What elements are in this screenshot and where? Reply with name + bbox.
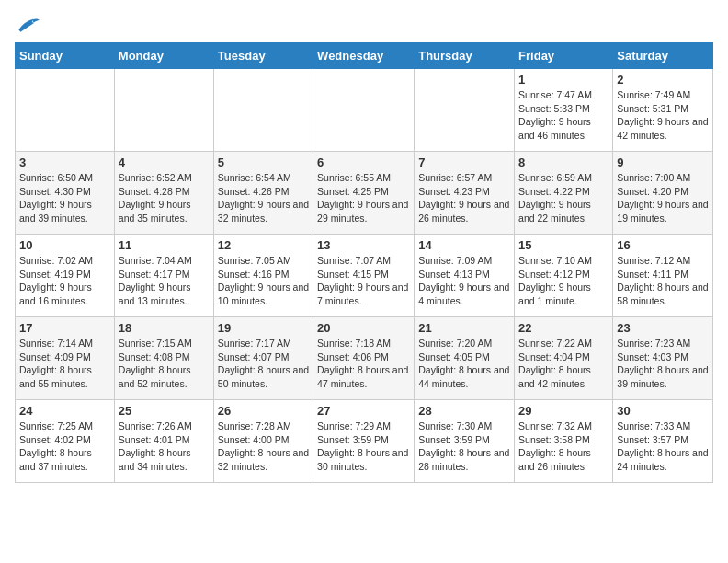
day-info: Sunrise: 7:15 AM Sunset: 4:08 PM Dayligh… xyxy=(119,337,210,391)
calendar-cell: 19Sunrise: 7:17 AM Sunset: 4:07 PM Dayli… xyxy=(213,317,313,400)
calendar-week-3: 10Sunrise: 7:02 AM Sunset: 4:19 PM Dayli… xyxy=(16,235,713,317)
day-number: 11 xyxy=(119,238,210,252)
day-number: 23 xyxy=(617,321,709,335)
calendar-week-1: 1Sunrise: 7:47 AM Sunset: 5:33 PM Daylig… xyxy=(16,69,713,152)
day-number: 3 xyxy=(19,155,110,169)
day-info: Sunrise: 7:33 AM Sunset: 3:57 PM Dayligh… xyxy=(617,419,709,474)
day-info: Sunrise: 6:55 AM Sunset: 4:25 PM Dayligh… xyxy=(317,171,410,225)
day-info: Sunrise: 7:10 AM Sunset: 4:12 PM Dayligh… xyxy=(518,254,609,308)
calendar-cell: 5Sunrise: 6:54 AM Sunset: 4:26 PM Daylig… xyxy=(213,152,313,235)
calendar-cell: 3Sunrise: 6:50 AM Sunset: 4:30 PM Daylig… xyxy=(16,152,115,235)
day-number: 22 xyxy=(518,321,609,335)
calendar-cell: 9Sunrise: 7:00 AM Sunset: 4:20 PM Daylig… xyxy=(613,152,713,235)
calendar-cell: 8Sunrise: 6:59 AM Sunset: 4:22 PM Daylig… xyxy=(515,152,613,235)
day-number: 26 xyxy=(218,404,309,418)
day-number: 13 xyxy=(317,238,410,252)
day-number: 16 xyxy=(617,238,709,252)
calendar-cell: 20Sunrise: 7:18 AM Sunset: 4:06 PM Dayli… xyxy=(313,317,415,400)
logo xyxy=(15,15,44,33)
calendar-cell: 23Sunrise: 7:23 AM Sunset: 4:03 PM Dayli… xyxy=(613,317,713,400)
day-info: Sunrise: 7:00 AM Sunset: 4:20 PM Dayligh… xyxy=(617,171,709,225)
calendar-cell: 6Sunrise: 6:55 AM Sunset: 4:25 PM Daylig… xyxy=(313,152,415,235)
calendar-cell: 16Sunrise: 7:12 AM Sunset: 4:11 PM Dayli… xyxy=(613,235,713,317)
day-info: Sunrise: 7:28 AM Sunset: 4:00 PM Dayligh… xyxy=(218,419,309,474)
calendar-cell: 29Sunrise: 7:32 AM Sunset: 3:58 PM Dayli… xyxy=(515,400,613,483)
day-number: 17 xyxy=(19,321,110,335)
day-info: Sunrise: 7:23 AM Sunset: 4:03 PM Dayligh… xyxy=(617,337,709,391)
calendar-cell xyxy=(114,69,213,152)
day-number: 1 xyxy=(518,73,609,86)
calendar-cell xyxy=(213,69,313,152)
calendar-cell: 11Sunrise: 7:04 AM Sunset: 4:17 PM Dayli… xyxy=(114,235,213,317)
day-number: 28 xyxy=(418,404,510,418)
calendar-cell: 22Sunrise: 7:22 AM Sunset: 4:04 PM Dayli… xyxy=(515,317,613,400)
calendar-cell: 12Sunrise: 7:05 AM Sunset: 4:16 PM Dayli… xyxy=(213,235,313,317)
calendar-cell: 10Sunrise: 7:02 AM Sunset: 4:19 PM Dayli… xyxy=(16,235,115,317)
calendar-cell: 14Sunrise: 7:09 AM Sunset: 4:13 PM Dayli… xyxy=(415,235,515,317)
day-info: Sunrise: 6:52 AM Sunset: 4:28 PM Dayligh… xyxy=(119,171,210,225)
day-info: Sunrise: 7:29 AM Sunset: 3:59 PM Dayligh… xyxy=(317,419,410,474)
day-number: 9 xyxy=(617,155,709,169)
calendar-cell: 17Sunrise: 7:14 AM Sunset: 4:09 PM Dayli… xyxy=(16,317,115,400)
calendar-cell xyxy=(313,69,415,152)
logo-bird-icon xyxy=(15,17,40,33)
calendar-table: SundayMondayTuesdayWednesdayThursdayFrid… xyxy=(15,42,713,483)
calendar-week-2: 3Sunrise: 6:50 AM Sunset: 4:30 PM Daylig… xyxy=(16,152,713,235)
day-number: 29 xyxy=(518,404,609,418)
calendar-cell: 30Sunrise: 7:33 AM Sunset: 3:57 PM Dayli… xyxy=(613,400,713,483)
day-info: Sunrise: 7:04 AM Sunset: 4:17 PM Dayligh… xyxy=(119,254,210,308)
day-number: 8 xyxy=(518,155,609,169)
day-number: 10 xyxy=(19,238,110,252)
day-info: Sunrise: 7:12 AM Sunset: 4:11 PM Dayligh… xyxy=(617,254,709,308)
calendar-cell: 7Sunrise: 6:57 AM Sunset: 4:23 PM Daylig… xyxy=(415,152,515,235)
calendar-cell: 15Sunrise: 7:10 AM Sunset: 4:12 PM Dayli… xyxy=(515,235,613,317)
day-info: Sunrise: 7:22 AM Sunset: 4:04 PM Dayligh… xyxy=(518,337,609,391)
col-header-wednesday: Wednesday xyxy=(313,43,415,69)
day-number: 25 xyxy=(119,404,210,418)
calendar-cell: 18Sunrise: 7:15 AM Sunset: 4:08 PM Dayli… xyxy=(114,317,213,400)
col-header-sunday: Sunday xyxy=(16,43,115,69)
day-info: Sunrise: 7:17 AM Sunset: 4:07 PM Dayligh… xyxy=(218,337,309,391)
calendar-cell: 24Sunrise: 7:25 AM Sunset: 4:02 PM Dayli… xyxy=(16,400,115,483)
day-info: Sunrise: 7:14 AM Sunset: 4:09 PM Dayligh… xyxy=(19,337,110,391)
day-number: 21 xyxy=(418,321,510,335)
col-header-friday: Friday xyxy=(515,43,613,69)
day-info: Sunrise: 7:02 AM Sunset: 4:19 PM Dayligh… xyxy=(19,254,110,308)
calendar-cell: 4Sunrise: 6:52 AM Sunset: 4:28 PM Daylig… xyxy=(114,152,213,235)
day-number: 18 xyxy=(119,321,210,335)
day-number: 20 xyxy=(317,321,410,335)
day-number: 2 xyxy=(617,73,709,86)
calendar-cell: 13Sunrise: 7:07 AM Sunset: 4:15 PM Dayli… xyxy=(313,235,415,317)
col-header-monday: Monday xyxy=(114,43,213,69)
day-info: Sunrise: 6:50 AM Sunset: 4:30 PM Dayligh… xyxy=(19,171,110,225)
day-number: 12 xyxy=(218,238,309,252)
day-number: 5 xyxy=(218,155,309,169)
calendar-week-5: 24Sunrise: 7:25 AM Sunset: 4:02 PM Dayli… xyxy=(16,400,713,483)
day-number: 14 xyxy=(418,238,510,252)
day-info: Sunrise: 7:49 AM Sunset: 5:31 PM Dayligh… xyxy=(617,88,709,143)
day-number: 24 xyxy=(19,404,110,418)
day-number: 4 xyxy=(119,155,210,169)
day-number: 7 xyxy=(418,155,510,169)
calendar-cell: 21Sunrise: 7:20 AM Sunset: 4:05 PM Dayli… xyxy=(415,317,515,400)
calendar-cell: 26Sunrise: 7:28 AM Sunset: 4:00 PM Dayli… xyxy=(213,400,313,483)
day-info: Sunrise: 7:05 AM Sunset: 4:16 PM Dayligh… xyxy=(218,254,309,308)
day-number: 30 xyxy=(617,404,709,418)
day-info: Sunrise: 6:59 AM Sunset: 4:22 PM Dayligh… xyxy=(518,171,609,225)
day-number: 27 xyxy=(317,404,410,418)
calendar-cell xyxy=(16,69,115,152)
calendar-cell: 25Sunrise: 7:26 AM Sunset: 4:01 PM Dayli… xyxy=(114,400,213,483)
day-info: Sunrise: 7:32 AM Sunset: 3:58 PM Dayligh… xyxy=(518,419,609,474)
day-number: 6 xyxy=(317,155,410,169)
day-info: Sunrise: 7:30 AM Sunset: 3:59 PM Dayligh… xyxy=(418,419,510,474)
calendar-cell: 1Sunrise: 7:47 AM Sunset: 5:33 PM Daylig… xyxy=(515,69,613,152)
day-info: Sunrise: 6:54 AM Sunset: 4:26 PM Dayligh… xyxy=(218,171,309,225)
calendar-header-row: SundayMondayTuesdayWednesdayThursdayFrid… xyxy=(16,43,713,69)
day-number: 15 xyxy=(518,238,609,252)
day-info: Sunrise: 7:47 AM Sunset: 5:33 PM Dayligh… xyxy=(518,88,609,143)
col-header-saturday: Saturday xyxy=(613,43,713,69)
col-header-thursday: Thursday xyxy=(415,43,515,69)
day-info: Sunrise: 6:57 AM Sunset: 4:23 PM Dayligh… xyxy=(418,171,510,225)
col-header-tuesday: Tuesday xyxy=(213,43,313,69)
calendar-cell: 2Sunrise: 7:49 AM Sunset: 5:31 PM Daylig… xyxy=(613,69,713,152)
